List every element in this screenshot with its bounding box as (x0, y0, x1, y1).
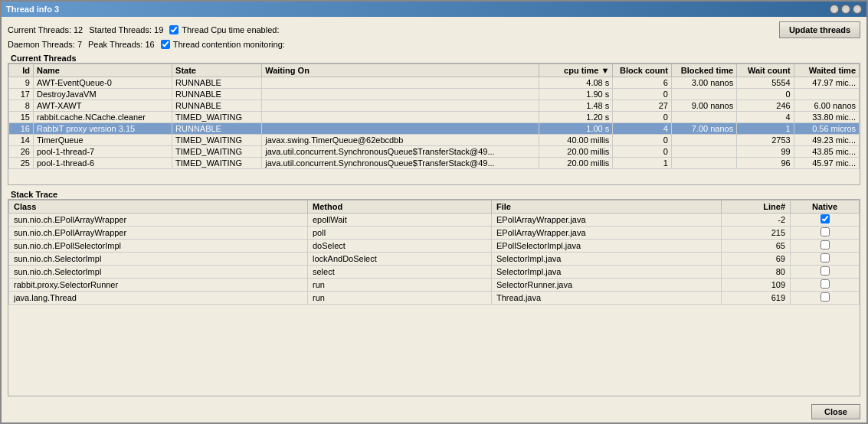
list-item[interactable]: sun.nio.ch.SelectorImpllockAndDoSelectSe… (9, 253, 860, 266)
table-cell: 0 (613, 89, 672, 100)
contention-checkbox[interactable] (161, 40, 170, 49)
table-cell: 5554 (737, 77, 794, 89)
table-cell: 0.56 micros (794, 123, 859, 135)
table-cell: lockAndDoSelect (308, 253, 492, 266)
native-checkbox[interactable] (821, 227, 830, 236)
table-cell (262, 123, 539, 135)
col-header-id[interactable]: Id (9, 64, 34, 77)
native-checkbox[interactable] (821, 266, 830, 276)
maximize-button[interactable]: ○ (841, 5, 850, 14)
close-button[interactable]: Close (811, 404, 860, 419)
content-area: Current Threads: 12 Started Threads: 19 … (2, 17, 866, 401)
table-row[interactable]: 16RabbiT proxy version 3.15RUNNABLE1.00 … (9, 123, 860, 135)
current-threads-section: Current Threads Id Name State Waiting On… (8, 52, 860, 185)
col-header-native[interactable]: Native (791, 201, 860, 214)
table-cell: 0 (613, 112, 672, 123)
table-row[interactable]: 9AWT-EventQueue-0RUNNABLE4.08 s63.00 nan… (9, 77, 860, 89)
table-cell: 0 (613, 135, 672, 146)
table-cell: rabbit.proxy.SelectorRunner (9, 279, 308, 292)
col-header-waited-time[interactable]: Waited time (794, 64, 859, 77)
native-checkbox[interactable] (821, 214, 830, 223)
table-cell: RUNNABLE (172, 89, 262, 100)
table-row[interactable]: 8AWT-XAWTRUNNABLE1.48 s279.00 nanos2466.… (9, 100, 860, 112)
table-cell: 9.00 nanos (671, 100, 736, 112)
col-header-class[interactable]: Class (9, 201, 308, 214)
col-header-wait[interactable]: Wait count (737, 64, 794, 77)
table-cell: 1.00 s (539, 123, 613, 135)
table-cell: 1.20 s (539, 112, 613, 123)
list-item[interactable]: sun.nio.ch.EPollArrayWrapperepollWaitEPo… (9, 214, 860, 227)
table-row[interactable]: 14TimerQueueTIMED_WAITINGjavax.swing.Tim… (9, 135, 860, 146)
table-cell: 1.48 s (539, 100, 613, 112)
native-checkbox[interactable] (821, 240, 830, 250)
table-cell: RUNNABLE (172, 77, 262, 89)
col-header-waiting[interactable]: Waiting On (262, 64, 539, 77)
col-header-state[interactable]: State (172, 64, 262, 77)
table-row[interactable]: 25pool-1-thread-6TIMED_WAITINGjava.util.… (9, 158, 860, 169)
update-btn-area: Update threads (779, 21, 860, 38)
native-checkbox[interactable] (821, 292, 830, 302)
table-cell: run (308, 279, 492, 292)
col-header-block[interactable]: Block count (613, 64, 672, 77)
table-cell: AWT-XAWT (33, 100, 172, 112)
table-cell: 9 (9, 77, 34, 89)
list-item[interactable]: sun.nio.ch.EPollSelectorImpldoSelectEPol… (9, 240, 860, 253)
thread-table-body: 9AWT-EventQueue-0RUNNABLE4.08 s63.00 nan… (9, 77, 860, 169)
peak-threads-label: Peak Threads: 16 (88, 40, 155, 49)
col-header-file[interactable]: File (492, 201, 722, 214)
table-cell: 6 (613, 77, 672, 89)
table-row[interactable]: 26pool-1-thread-7TIMED_WAITINGjava.util.… (9, 146, 860, 158)
col-header-name[interactable]: Name (33, 64, 172, 77)
minimize-button[interactable]: ○ (830, 5, 839, 14)
cpu-time-checkbox[interactable] (169, 25, 179, 34)
stack-table-container[interactable]: Class Method File Line# Native sun.nio.c… (8, 199, 860, 396)
close-window-button[interactable]: ○ (853, 5, 862, 14)
table-cell: -2 (722, 214, 791, 227)
table-cell: 0 (737, 89, 794, 100)
table-cell: 246 (737, 100, 794, 112)
table-row[interactable]: 17DestroyJavaVMRUNNABLE1.90 s00 (9, 89, 860, 100)
table-cell: sun.nio.ch.SelectorImpl (9, 253, 308, 266)
table-cell: 80 (722, 266, 791, 279)
table-cell: DestroyJavaVM (33, 89, 172, 100)
col-header-method[interactable]: Method (308, 201, 492, 214)
thread-table-header: Id Name State Waiting On cpu time ▼ Bloc… (9, 64, 860, 77)
native-cell (791, 292, 860, 305)
table-cell (671, 158, 736, 169)
thread-table-scroll[interactable]: Id Name State Waiting On cpu time ▼ Bloc… (8, 64, 860, 185)
list-item[interactable]: java.lang.ThreadrunThread.java619 (9, 292, 860, 305)
update-threads-button[interactable]: Update threads (779, 21, 860, 38)
list-item[interactable]: sun.nio.ch.EPollArrayWrapperpollEPollArr… (9, 227, 860, 240)
top-info: Current Threads: 12 Started Threads: 19 … (8, 21, 860, 49)
table-cell: sun.nio.ch.EPollArrayWrapper (9, 214, 308, 227)
stack-trace-heading: Stack Trace (11, 190, 860, 199)
native-cell (791, 253, 860, 266)
table-cell: 6.00 nanos (794, 100, 859, 112)
table-cell: TIMED_WAITING (172, 158, 262, 169)
started-threads-label: Started Threads: 19 (89, 25, 163, 34)
native-cell (791, 279, 860, 292)
native-checkbox[interactable] (821, 253, 830, 263)
table-cell: 15 (9, 112, 34, 123)
table-cell: 20.00 millis (539, 158, 613, 169)
native-checkbox[interactable] (821, 279, 830, 289)
table-cell: 69 (722, 253, 791, 266)
table-cell: SelectorRunner.java (492, 279, 722, 292)
table-cell: 1 (613, 158, 672, 169)
thread-table-container: Id Name State Waiting On cpu time ▼ Bloc… (8, 63, 860, 185)
table-cell: 109 (722, 279, 791, 292)
list-item[interactable]: rabbit.proxy.SelectorRunnerrunSelectorRu… (9, 279, 860, 292)
stack-section: Stack Trace Class Method File Line# Nati… (8, 188, 860, 396)
list-item[interactable]: sun.nio.ch.SelectorImplselectSelectorImp… (9, 266, 860, 279)
table-cell: EPollArrayWrapper.java (492, 227, 722, 240)
table-cell (671, 135, 736, 146)
table-row[interactable]: 15rabbit.cache.NCache.cleanerTIMED_WAITI… (9, 112, 860, 123)
col-header-line[interactable]: Line# (722, 201, 791, 214)
col-header-cpu[interactable]: cpu time ▼ (539, 64, 613, 77)
col-header-blocked-time[interactable]: Blocked time (671, 64, 736, 77)
table-cell: EPollSelectorImpl.java (492, 240, 722, 253)
table-cell: 20.00 millis (539, 146, 613, 158)
info-row-1: Current Threads: 12 Started Threads: 19 … (8, 21, 860, 38)
table-cell: 7.00 nanos (671, 123, 736, 135)
main-window: Thread info 3 ○ ○ ○ Current Threads: 12 … (0, 0, 868, 424)
